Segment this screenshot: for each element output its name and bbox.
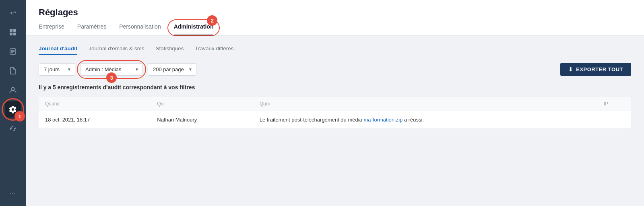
sub-tabs: Journal d'audit Journal d'emails & sms S…: [39, 45, 631, 55]
page-title: Réglages: [39, 7, 631, 18]
main-content: Réglages Entreprise Paramètres Personnal…: [26, 0, 644, 206]
svg-rect-1: [13, 29, 16, 32]
period-filter[interactable]: 7 jours 30 jours 90 jours: [39, 63, 75, 76]
subtab-journal-audit[interactable]: Journal d'audit: [39, 45, 77, 55]
download-icon: ⬇: [568, 66, 573, 72]
subtab-travaux[interactable]: Travaux différés: [195, 45, 233, 55]
tab-personnalisation[interactable]: Personnalisation: [119, 23, 161, 35]
top-tabs: Entreprise Paramètres Personnalisation A…: [39, 23, 631, 35]
category-filter-wrapper: Admin : Médias Admin : Utilisateurs Tout…: [80, 63, 143, 76]
quoi-text-before: Le traitement post-téléchargement du méd…: [260, 117, 364, 123]
quoi-text-after: a réussi.: [402, 117, 424, 123]
filters-row: 7 jours 30 jours 90 jours ▼ Admin : Médi…: [39, 63, 631, 76]
svg-rect-3: [13, 33, 16, 35]
tab-entreprise[interactable]: Entreprise: [39, 23, 64, 35]
col-ip: IP: [597, 97, 631, 111]
page-header: Réglages Entreprise Paramètres Personnal…: [26, 0, 644, 36]
sync-icon[interactable]: [5, 121, 21, 137]
period-filter-wrapper: 7 jours 30 jours 90 jours ▼: [39, 63, 75, 76]
col-quoi: Quoi: [253, 97, 597, 111]
notes-icon[interactable]: [5, 43, 21, 60]
export-button-label: EXPORTER TOUT: [576, 66, 623, 72]
tab-parametres[interactable]: Paramètres: [77, 23, 106, 35]
export-button[interactable]: ⬇ EXPORTER TOUT: [560, 63, 631, 76]
annotation-badge-2: 2: [207, 15, 217, 26]
tab-administration[interactable]: Administration 2: [174, 23, 214, 35]
table-row: 18 oct. 2021, 18:17 Nathan Malnoury Le t…: [39, 111, 631, 129]
audit-table: Quand Qui Quoi IP 18 oct. 2021, 18:17 Na…: [39, 97, 631, 128]
file-icon[interactable]: [5, 63, 21, 79]
svg-rect-2: [10, 33, 12, 35]
quoi-link[interactable]: ma-formation.zip: [363, 117, 402, 123]
settings-icon[interactable]: 1: [5, 101, 21, 117]
back-icon[interactable]: ↩: [5, 5, 21, 21]
dashboard-icon[interactable]: [5, 24, 21, 40]
user-icon[interactable]: [5, 82, 21, 98]
annotation-badge-1: 1: [14, 111, 25, 122]
cell-quand: 18 oct. 2021, 18:17: [39, 111, 151, 129]
svg-point-8: [11, 87, 14, 91]
content-area: Journal d'audit Journal d'emails & sms S…: [26, 36, 644, 206]
more-dots-icon[interactable]: ···: [5, 185, 21, 201]
svg-rect-0: [10, 29, 12, 32]
cell-quoi: Le traitement post-téléchargement du méd…: [253, 111, 597, 129]
perpage-filter[interactable]: 200 par page 50 par page 100 par page 50…: [148, 63, 196, 76]
subtab-statistiques[interactable]: Statistiques: [156, 45, 184, 55]
col-quand: Quand: [39, 97, 151, 111]
perpage-filter-wrapper: 200 par page 50 par page 100 par page 50…: [148, 63, 196, 76]
sidebar: ↩ 1: [0, 0, 26, 206]
col-qui: Qui: [151, 97, 253, 111]
records-info: Il y a 5 enregistrements d'audit corresp…: [39, 84, 631, 91]
cell-ip: [597, 111, 631, 129]
cell-qui: Nathan Malnoury: [151, 111, 253, 129]
subtab-journal-emails[interactable]: Journal d'emails & sms: [89, 45, 144, 55]
annotation-badge-3: 3: [106, 72, 117, 83]
